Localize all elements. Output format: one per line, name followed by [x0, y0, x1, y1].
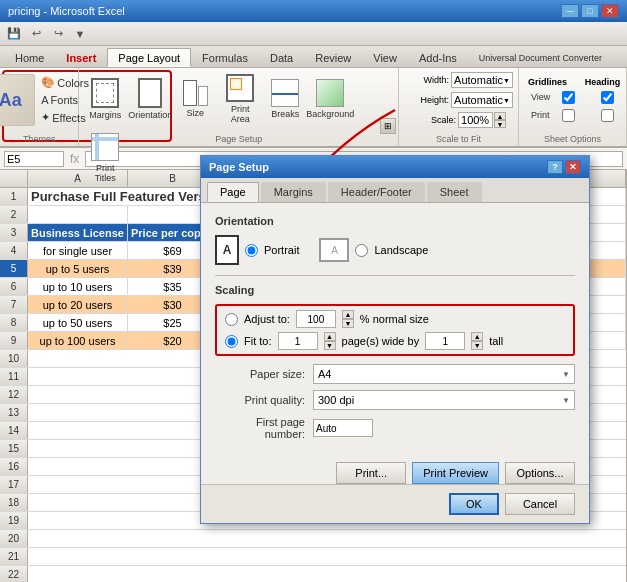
tab-home[interactable]: Home [4, 48, 55, 67]
spacer-1 [215, 356, 575, 364]
paper-size-select[interactable]: A4 ▼ [313, 364, 575, 384]
fit-to-radio[interactable] [225, 335, 238, 348]
cell-a3[interactable]: Business License [28, 224, 128, 241]
fit-pages-up-button[interactable]: ▲ [324, 332, 336, 341]
portrait-radio[interactable] [245, 244, 258, 257]
headings-view-checkbox[interactable] [601, 91, 614, 104]
title-text: pricing - Microsoft Excel [8, 5, 125, 17]
ribbon-group-scale-to-fit: Width: Automatic ▼ Height: Automatic ▼ S… [399, 68, 519, 146]
gridlines-print-checkbox[interactable] [562, 109, 575, 122]
dialog-close-button[interactable]: ✕ [565, 160, 581, 174]
landscape-radio[interactable] [355, 244, 368, 257]
background-button[interactable]: Background [308, 70, 352, 128]
dialog-tab-sheet[interactable]: Sheet [427, 182, 482, 202]
dialog-help-button[interactable]: ? [547, 160, 563, 174]
empty-row-22[interactable] [28, 566, 626, 582]
width-arrow: ▼ [503, 77, 510, 84]
scale-down-button[interactable]: ▼ [494, 120, 506, 128]
tab-addins[interactable]: Add-Ins [408, 48, 468, 67]
adjust-to-radio[interactable] [225, 313, 238, 326]
undo-qa-button[interactable]: ↩ [26, 25, 46, 43]
fit-pages-down-button[interactable]: ▼ [324, 341, 336, 350]
themes-button[interactable]: Aa [0, 74, 35, 126]
headings-print-checkbox[interactable] [601, 109, 614, 122]
divider-1 [215, 275, 575, 276]
effects-icon: ✦ [41, 111, 50, 124]
tab-data[interactable]: Data [259, 48, 304, 67]
row-num-17: 17 [0, 476, 28, 493]
tab-review[interactable]: Review [304, 48, 362, 67]
print-quality-select[interactable]: 300 dpi ▼ [313, 390, 575, 410]
ribbon-group-sheet-options: Gridlines Heading View Print Sheet Optio… [519, 68, 627, 146]
height-arrow: ▼ [503, 97, 510, 104]
landscape-icon: A [319, 238, 349, 262]
size-label: Size [187, 108, 205, 118]
options-button[interactable]: Options... [505, 462, 575, 484]
tab-page-layout[interactable]: Page Layout [107, 48, 191, 67]
formula-divider: fx [70, 152, 79, 166]
print-label: Print [531, 110, 559, 120]
scale-to-fit-group-label: Scale to Fit [399, 134, 518, 144]
cell-a9[interactable]: up to 100 users [28, 332, 128, 349]
redo-qa-button[interactable]: ↪ [48, 25, 68, 43]
page-setup-expand-button[interactable]: ⊞ [380, 118, 396, 134]
dialog-tab-page[interactable]: Page [207, 182, 259, 202]
dialog-tab-bar: Page Margins Header/Footer Sheet [201, 178, 589, 203]
fit-to-tall-input[interactable] [425, 332, 465, 350]
empty-row-21[interactable] [28, 548, 626, 565]
dialog-tab-headerfooter[interactable]: Header/Footer [328, 182, 425, 202]
width-label: Width: [404, 75, 449, 85]
cell-a5[interactable]: up to 5 users [28, 260, 128, 277]
cell-a2[interactable] [28, 206, 128, 223]
margins-button[interactable]: Margins [83, 70, 127, 128]
fit-tall-up-button[interactable]: ▲ [471, 332, 483, 341]
first-page-input[interactable] [313, 419, 373, 437]
scaling-highlight-box: Adjust to: ▲ ▼ % normal size Fit to: ▲ ▼ [215, 304, 575, 356]
gridlines-view-checkbox[interactable] [562, 91, 575, 104]
paper-size-label: Paper size: [215, 368, 305, 380]
print-area-icon [226, 74, 254, 102]
first-page-row: First page number: [215, 416, 575, 440]
breaks-button[interactable]: Breaks [263, 70, 307, 128]
width-select[interactable]: Automatic ▼ [451, 72, 513, 88]
cell-a8[interactable]: up to 50 users [28, 314, 128, 331]
height-select[interactable]: Automatic ▼ [451, 92, 513, 108]
fit-to-wide-label: page(s) wide by [342, 335, 420, 347]
tab-formulas[interactable]: Formulas [191, 48, 259, 67]
cell-a6[interactable]: up to 10 users [28, 278, 128, 295]
adjust-to-input[interactable] [296, 310, 336, 328]
tab-view[interactable]: View [362, 48, 408, 67]
row-num-21: 21 [0, 548, 28, 565]
fit-tall-down-button[interactable]: ▼ [471, 341, 483, 350]
tab-udc[interactable]: Universal Document Converter [468, 48, 613, 67]
adjust-up-button[interactable]: ▲ [342, 310, 354, 319]
cancel-button[interactable]: Cancel [505, 493, 575, 515]
print-button[interactable]: Print... [336, 462, 406, 484]
maximize-button[interactable]: □ [581, 4, 599, 18]
qa-dropdown-button[interactable]: ▼ [70, 25, 90, 43]
height-row: Height: Automatic ▼ [404, 91, 513, 109]
scale-input-group: 100% ▲ ▼ [458, 112, 506, 128]
landscape-option[interactable]: A Landscape [319, 238, 428, 262]
print-preview-button[interactable]: Print Preview [412, 462, 499, 484]
dialog-tab-margins[interactable]: Margins [261, 182, 326, 202]
cell-a4[interactable]: for single user [28, 242, 128, 259]
size-button[interactable]: Size [173, 70, 217, 128]
empty-row-20[interactable] [28, 530, 626, 547]
orientation-button[interactable]: Orientation [128, 70, 172, 128]
name-box[interactable]: E5 [4, 151, 64, 167]
scale-input[interactable]: 100% [458, 112, 493, 128]
close-button[interactable]: ✕ [601, 4, 619, 18]
scale-up-button[interactable]: ▲ [494, 112, 506, 120]
minimize-button[interactable]: ─ [561, 4, 579, 18]
save-qa-button[interactable]: 💾 [4, 25, 24, 43]
ok-button[interactable]: OK [449, 493, 499, 515]
print-area-button[interactable]: PrintArea [218, 70, 262, 128]
fit-to-pages-input[interactable] [278, 332, 318, 350]
portrait-option[interactable]: A Portrait [215, 235, 299, 265]
adjust-down-button[interactable]: ▼ [342, 319, 354, 328]
tab-insert[interactable]: Insert [55, 48, 107, 67]
row-num-2: 2 [0, 206, 28, 223]
cell-a7[interactable]: up to 20 users [28, 296, 128, 313]
row-num-1: 1 [0, 188, 28, 205]
